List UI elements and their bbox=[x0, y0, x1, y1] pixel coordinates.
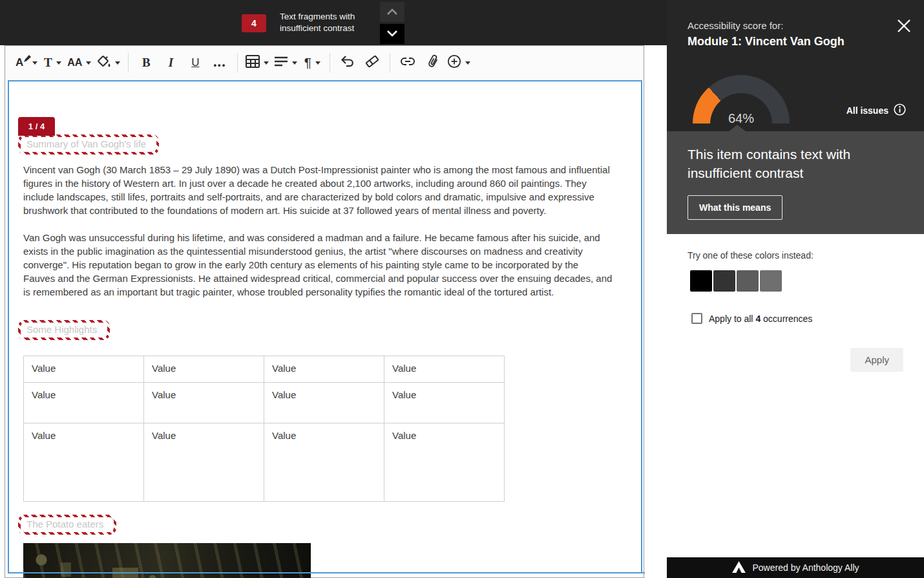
table-cell: Value bbox=[144, 356, 264, 383]
table-cell: Value bbox=[24, 383, 144, 423]
table-cell: Value bbox=[384, 356, 505, 383]
flagged-heading-potato-eaters[interactable]: The Potato eaters bbox=[18, 515, 116, 535]
info-icon bbox=[894, 103, 906, 118]
issue-message: This item contains text with insufficien… bbox=[688, 145, 881, 182]
apply-all-row: Apply to all 4 occurrences bbox=[691, 313, 812, 324]
close-icon bbox=[896, 26, 912, 36]
clear-formatting-button[interactable] bbox=[362, 50, 382, 75]
issue-type-label: Text fragments with insufficient contras… bbox=[280, 11, 355, 34]
table-icon bbox=[246, 55, 260, 70]
accessibility-score-gauge: 64% bbox=[693, 75, 790, 124]
module-title: Module 1: Vincent Van Gogh bbox=[688, 35, 845, 48]
underline-button[interactable]: U bbox=[185, 50, 205, 75]
table-cell: Value bbox=[24, 356, 144, 383]
apply-all-checkbox[interactable] bbox=[691, 313, 702, 324]
table-row: Value Value Value Value bbox=[24, 383, 505, 423]
issue-navigation-bar: 4 Text fragments with insufficient contr… bbox=[0, 0, 667, 45]
table-cell: Value bbox=[264, 423, 384, 502]
highlight-color-button[interactable] bbox=[96, 50, 120, 75]
chevron-down-icon bbox=[387, 29, 397, 39]
table-cell: Value bbox=[144, 423, 264, 502]
remediation-section: Try one of these colors instead: Apply t… bbox=[667, 234, 924, 557]
all-issues-label: All issues bbox=[846, 105, 888, 116]
table-cell: Value bbox=[144, 383, 264, 423]
eraser-icon bbox=[364, 55, 380, 70]
what-this-means-button[interactable]: What this means bbox=[688, 195, 782, 220]
font-size-icon: AA bbox=[67, 57, 82, 69]
text-color-button[interactable]: A bbox=[16, 50, 37, 75]
insert-table-button[interactable] bbox=[246, 50, 269, 75]
align-left-icon bbox=[274, 56, 288, 69]
link-icon bbox=[400, 57, 415, 69]
underline-icon: U bbox=[191, 56, 199, 69]
chevron-up-icon bbox=[387, 7, 397, 17]
table-row: Value Value Value Value bbox=[24, 423, 505, 502]
anthology-logo-icon bbox=[732, 561, 746, 575]
apply-all-label: Apply to all 4 occurrences bbox=[709, 314, 812, 324]
editor-selection-border bbox=[8, 572, 645, 573]
font-size-button[interactable]: AA bbox=[67, 50, 91, 75]
ellipsis-icon: ••• bbox=[214, 56, 227, 70]
toolbar-divider bbox=[390, 53, 390, 72]
previous-issue-button[interactable] bbox=[380, 2, 404, 22]
table-cell: Value bbox=[24, 423, 144, 502]
color-swatch-3[interactable] bbox=[737, 270, 759, 292]
next-issue-button[interactable] bbox=[380, 24, 404, 44]
paperclip-icon bbox=[425, 53, 441, 72]
apply-button[interactable]: Apply bbox=[850, 348, 903, 372]
italic-button[interactable]: I bbox=[161, 50, 180, 75]
undo-button[interactable] bbox=[338, 50, 357, 75]
paragraph-van-gogh-legacy: Van Gogh was unsuccessful during his lif… bbox=[23, 231, 613, 299]
score-value: 64% bbox=[693, 111, 790, 126]
undo-icon bbox=[341, 56, 355, 70]
bold-button[interactable]: B bbox=[136, 50, 156, 75]
paragraph-icon: ¶ bbox=[304, 55, 311, 70]
bold-icon: B bbox=[142, 56, 151, 70]
editor-toolbar: A T AA B I U ••• bbox=[5, 46, 644, 80]
content-table: Value Value Value Value Value Value Valu… bbox=[23, 356, 505, 502]
plus-circle-icon bbox=[447, 54, 461, 71]
italic-icon: I bbox=[169, 56, 173, 70]
footer-label: Powered by Anthology Ally bbox=[753, 562, 859, 573]
paragraph-style-button[interactable]: ¶ bbox=[302, 50, 322, 75]
color-swatch-1[interactable] bbox=[690, 270, 712, 292]
table-cell: Value bbox=[384, 383, 505, 423]
color-swatch-row bbox=[690, 270, 782, 292]
flagged-heading-highlights[interactable]: Some Highlights bbox=[18, 320, 110, 340]
table-cell: Value bbox=[384, 423, 505, 502]
more-formatting-button[interactable]: ••• bbox=[210, 50, 229, 75]
insert-content-button[interactable] bbox=[447, 50, 470, 75]
issue-feedback-section: This item contains text with insufficien… bbox=[667, 131, 924, 234]
insert-link-button[interactable] bbox=[398, 50, 417, 75]
color-swatch-2[interactable] bbox=[713, 270, 735, 292]
font-family-button[interactable]: T bbox=[43, 50, 62, 75]
rich-text-editor: A T AA B I U ••• bbox=[5, 45, 644, 578]
font-family-icon: T bbox=[44, 56, 52, 70]
table-cell: Value bbox=[264, 356, 384, 383]
alignment-button[interactable] bbox=[274, 50, 297, 75]
color-suggestion-label: Try one of these colors instead: bbox=[688, 250, 814, 261]
table-cell: Value bbox=[264, 383, 384, 423]
attach-file-button[interactable] bbox=[423, 50, 442, 75]
issue-count-badge: 4 bbox=[242, 14, 266, 32]
toolbar-divider bbox=[330, 53, 330, 72]
all-issues-button[interactable]: All issues bbox=[846, 103, 906, 118]
color-swatch-4[interactable] bbox=[760, 270, 782, 292]
toolbar-divider bbox=[237, 53, 238, 72]
toolbar-divider bbox=[128, 53, 129, 72]
paragraph-van-gogh-bio: Vincent van Gogh (30 March 1853 – 29 Jul… bbox=[23, 163, 613, 217]
flagged-heading-summary[interactable]: Summary of Van Gogh's life bbox=[18, 134, 159, 155]
editor-content[interactable]: 1 / 4 Summary of Van Gogh's life Vincent… bbox=[8, 80, 642, 572]
table-row: Value Value Value Value bbox=[24, 356, 505, 383]
ally-accessibility-panel: Accessibility score for: Module 1: Vince… bbox=[667, 0, 924, 578]
close-panel-button[interactable] bbox=[896, 18, 912, 35]
ally-footer: Powered by Anthology Ally bbox=[667, 557, 924, 578]
flag-counter-badge: 1 / 4 bbox=[18, 117, 55, 136]
text-color-icon: A bbox=[16, 56, 28, 69]
paint-bucket-icon bbox=[96, 54, 111, 71]
score-for-label: Accessibility score for: bbox=[688, 20, 783, 31]
